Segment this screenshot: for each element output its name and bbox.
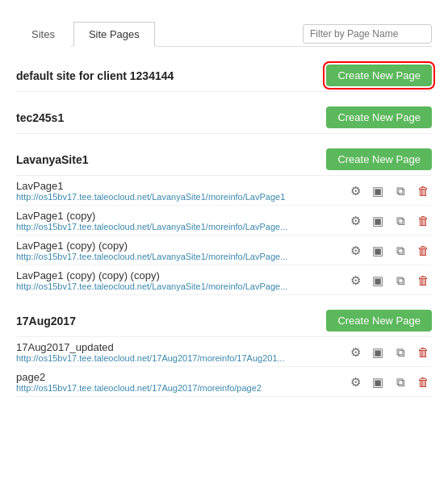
gear-icon[interactable]: ⚙ — [346, 373, 364, 391]
page-info: LavPage1http://os15bv17.tee.taleocloud.n… — [16, 180, 285, 202]
page-url[interactable]: http://os15bv17.tee.taleocloud.net/17Aug… — [16, 383, 262, 393]
trash-icon[interactable]: 🗑 — [414, 344, 432, 361]
page-info: LavPage1 (copy) (copy) (copy)http://os15… — [16, 269, 287, 291]
site-header-tec245s1: tec245s1Create New Page — [16, 100, 432, 134]
create-new-page-button-lavanyasite1[interactable]: Create New Page — [326, 148, 432, 170]
page-row: LavPage1http://os15bv17.tee.taleocloud.n… — [16, 176, 432, 206]
trash-icon[interactable]: 🗑 — [414, 182, 432, 200]
gear-icon[interactable]: ⚙ — [346, 182, 364, 200]
page-url[interactable]: http://os15bv17.tee.taleocloud.net/Lavan… — [16, 281, 287, 291]
trash-icon[interactable]: 🗑 — [414, 272, 432, 290]
page-actions: ⚙▣⧉🗑 — [346, 272, 432, 290]
page-name: LavPage1 — [16, 180, 285, 192]
copy-icon[interactable]: ⧉ — [391, 242, 409, 260]
pages-icon[interactable]: ▣ — [369, 373, 387, 391]
copy-icon[interactable]: ⧉ — [391, 212, 409, 230]
site-section-lavanyasite1: LavanyaSite1Create New PageLavPage1http:… — [16, 142, 432, 295]
gear-icon[interactable]: ⚙ — [346, 212, 364, 230]
page-url[interactable]: http://os15bv17.tee.taleocloud.net/17Aug… — [16, 353, 285, 363]
pages-icon[interactable]: ▣ — [369, 344, 387, 361]
page-url[interactable]: http://os15bv17.tee.taleocloud.net/Lavan… — [16, 222, 287, 231]
site-header-default-site: default site for client 1234144Create Ne… — [16, 58, 432, 92]
create-new-page-button-17aug2017[interactable]: Create New Page — [326, 310, 432, 331]
site-name-default-site: default site for client 1234144 — [16, 69, 174, 82]
site-section-17aug2017: 17Aug2017Create New Page17Aug2017_update… — [16, 303, 432, 397]
page-actions: ⚙▣⧉🗑 — [346, 212, 432, 230]
page-info: page2http://os15bv17.tee.taleocloud.net/… — [16, 371, 262, 393]
site-header-lavanyasite1: LavanyaSite1Create New Page — [16, 142, 432, 176]
page-name: LavPage1 (copy) — [16, 210, 287, 222]
page-name: LavPage1 (copy) (copy) (copy) — [16, 269, 287, 281]
page-name: LavPage1 (copy) (copy) — [16, 240, 287, 252]
site-header-17aug2017: 17Aug2017Create New Page — [16, 303, 432, 337]
page-info: 17Aug2017_updatedhttp://os15bv17.tee.tal… — [16, 341, 285, 363]
page-info: LavPage1 (copy) (copy)http://os15bv17.te… — [16, 240, 287, 261]
page-url[interactable]: http://os15bv17.tee.taleocloud.net/Lavan… — [16, 252, 287, 261]
trash-icon[interactable]: 🗑 — [414, 212, 432, 230]
gear-icon[interactable]: ⚙ — [346, 272, 364, 290]
tab-sites[interactable]: Sites — [16, 22, 70, 47]
site-section-tec245s1: tec245s1Create New Page — [16, 100, 432, 134]
tab-site-pages[interactable]: Site Pages — [73, 22, 155, 47]
page-name: page2 — [16, 371, 262, 383]
page-actions: ⚙▣⧉🗑 — [346, 373, 432, 391]
filter-input[interactable] — [303, 24, 432, 44]
tabs-row: Sites Site Pages — [16, 22, 432, 47]
trash-icon[interactable]: 🗑 — [414, 242, 432, 260]
page-actions: ⚙▣⧉🗑 — [346, 344, 432, 361]
copy-icon[interactable]: ⧉ — [391, 373, 409, 391]
pages-icon[interactable]: ▣ — [369, 212, 387, 230]
page-actions: ⚙▣⧉🗑 — [346, 242, 432, 260]
site-name-lavanyasite1: LavanyaSite1 — [16, 153, 89, 166]
page-info: LavPage1 (copy)http://os15bv17.tee.taleo… — [16, 210, 287, 231]
page-name: 17Aug2017_updated — [16, 341, 285, 353]
pages-icon[interactable]: ▣ — [369, 272, 387, 290]
copy-icon[interactable]: ⧉ — [391, 182, 409, 200]
pages-icon[interactable]: ▣ — [369, 242, 387, 260]
page-row: LavPage1 (copy)http://os15bv17.tee.taleo… — [16, 206, 432, 236]
page-row: page2http://os15bv17.tee.taleocloud.net/… — [16, 367, 432, 397]
gear-icon[interactable]: ⚙ — [346, 344, 364, 361]
site-name-17aug2017: 17Aug2017 — [16, 315, 76, 327]
trash-icon[interactable]: 🗑 — [414, 373, 432, 391]
create-new-page-button-default-site[interactable]: Create New Page — [326, 65, 432, 86]
page-row: LavPage1 (copy) (copy) (copy)http://os15… — [16, 265, 432, 295]
site-name-tec245s1: tec245s1 — [16, 111, 64, 124]
site-section-default-site: default site for client 1234144Create Ne… — [16, 58, 432, 92]
page-actions: ⚙▣⧉🗑 — [346, 182, 432, 200]
copy-icon[interactable]: ⧉ — [391, 272, 409, 290]
page-row: LavPage1 (copy) (copy)http://os15bv17.te… — [16, 236, 432, 265]
pages-icon[interactable]: ▣ — [369, 182, 387, 200]
page-url[interactable]: http://os15bv17.tee.taleocloud.net/Lavan… — [16, 192, 285, 202]
page-row: 17Aug2017_updatedhttp://os15bv17.tee.tal… — [16, 337, 432, 367]
copy-icon[interactable]: ⧉ — [391, 344, 409, 361]
create-new-page-button-tec245s1[interactable]: Create New Page — [326, 106, 432, 128]
gear-icon[interactable]: ⚙ — [346, 242, 364, 260]
sites-list: default site for client 1234144Create Ne… — [16, 58, 432, 397]
